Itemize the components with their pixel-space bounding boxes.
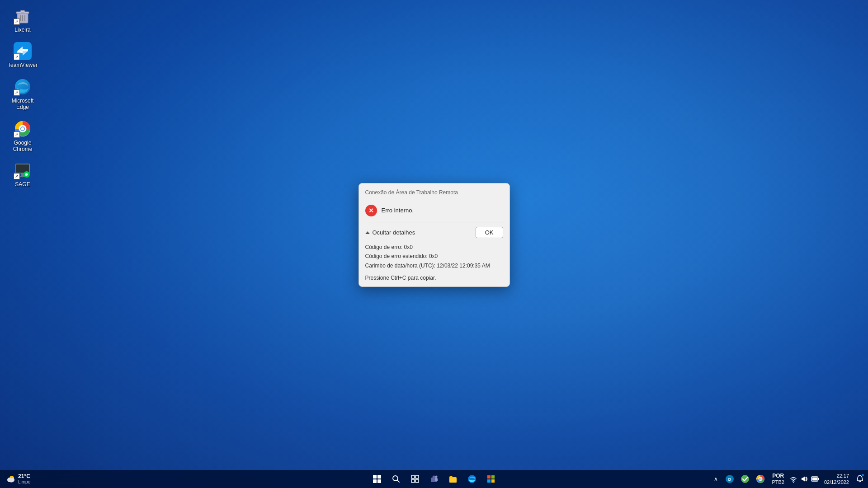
details-row: Ocultar detalhes OK bbox=[365, 222, 503, 238]
edge-taskbar-icon bbox=[467, 474, 476, 483]
volume-icon[interactable] bbox=[800, 474, 809, 483]
details-toggle-button[interactable]: Ocultar detalhes bbox=[365, 229, 415, 236]
clock-area[interactable]: 22:17 02/12/2022 bbox=[821, 473, 852, 486]
details-toggle-label: Ocultar detalhes bbox=[373, 229, 415, 236]
svg-point-43 bbox=[760, 479, 761, 480]
dialog-title-bar: Conexão de Área de Trabalho Remota bbox=[359, 183, 509, 199]
threatlocker-icon bbox=[741, 474, 750, 483]
taskbar-right: ∧ D bbox=[710, 470, 866, 488]
show-hidden-icons-button[interactable]: ∧ bbox=[710, 474, 721, 484]
weather-icon bbox=[5, 474, 15, 484]
windows-logo-icon bbox=[373, 475, 381, 483]
threatlocker-button[interactable] bbox=[738, 470, 752, 488]
ok-button[interactable]: OK bbox=[476, 227, 503, 238]
svg-rect-23 bbox=[411, 475, 415, 479]
dialog-body: ✕ Erro interno. Ocultar detalhes OK Códi… bbox=[359, 199, 509, 286]
battery-icon[interactable] bbox=[811, 474, 820, 483]
svg-point-39 bbox=[741, 475, 749, 483]
file-explorer-icon bbox=[448, 474, 458, 483]
weather-temp: 21°C bbox=[18, 473, 30, 479]
wifi-symbol-icon bbox=[790, 475, 797, 483]
language-indicator[interactable]: POR PTB2 bbox=[769, 473, 787, 485]
dell-icon: D bbox=[725, 474, 734, 483]
error-dialog: Conexão de Área de Trabalho Remota ✕ Err… bbox=[359, 183, 510, 287]
search-button[interactable] bbox=[387, 470, 405, 488]
timestamp: Carimbo de data/hora (UTC): 12/03/22 12:… bbox=[365, 261, 503, 270]
desktop: ↗ Lixeira ↗ TeamViewer bbox=[0, 0, 868, 488]
taskbar: 21°C Limpo bbox=[0, 470, 868, 488]
notification-badge bbox=[861, 474, 864, 477]
error-row: ✕ Erro interno. bbox=[365, 205, 503, 216]
weather-condition: Limpo bbox=[18, 479, 30, 485]
svg-rect-25 bbox=[411, 479, 415, 483]
language-sub: PTB2 bbox=[772, 479, 784, 485]
error-icon: ✕ bbox=[365, 205, 377, 216]
svg-point-29 bbox=[435, 476, 438, 478]
svg-point-44 bbox=[793, 482, 794, 483]
svg-line-22 bbox=[397, 480, 400, 483]
chrome-taskbar-button[interactable] bbox=[754, 470, 767, 488]
notification-button[interactable] bbox=[854, 470, 866, 488]
dialog-overlay: Conexão de Área de Trabalho Remota ✕ Err… bbox=[0, 0, 868, 470]
clock-date: 02/12/2022 bbox=[824, 479, 849, 485]
volume-symbol-icon bbox=[801, 475, 808, 483]
error-message-text: Erro interno. bbox=[382, 207, 414, 214]
clock-time: 22:17 bbox=[836, 473, 849, 479]
svg-rect-24 bbox=[415, 475, 419, 479]
store-icon bbox=[486, 474, 495, 483]
chrome-taskbar-icon bbox=[756, 474, 765, 483]
extended-error-code: Código de erro estendido: 0x0 bbox=[365, 252, 503, 261]
svg-rect-46 bbox=[818, 478, 819, 480]
weather-info: 21°C Limpo bbox=[18, 473, 30, 485]
dell-button[interactable]: D bbox=[723, 470, 736, 488]
svg-text:D: D bbox=[728, 477, 731, 482]
taskbar-center bbox=[368, 470, 500, 488]
search-icon bbox=[392, 475, 400, 483]
svg-rect-26 bbox=[415, 479, 419, 483]
dialog-title: Conexão de Área de Trabalho Remota bbox=[365, 189, 458, 196]
wifi-icon[interactable] bbox=[789, 474, 798, 483]
file-explorer-button[interactable] bbox=[444, 470, 462, 488]
error-code: Código de erro: 0x0 bbox=[365, 243, 503, 252]
chevron-up-icon bbox=[365, 231, 370, 234]
language-code: POR bbox=[772, 473, 784, 479]
svg-rect-36 bbox=[491, 479, 495, 483]
svg-rect-33 bbox=[487, 475, 491, 479]
teams-button[interactable] bbox=[425, 470, 443, 488]
svg-point-20 bbox=[11, 478, 14, 482]
svg-rect-31 bbox=[449, 478, 457, 483]
edge-taskbar-button[interactable] bbox=[463, 470, 481, 488]
chevron-icon: ∧ bbox=[714, 476, 718, 482]
svg-rect-34 bbox=[491, 475, 495, 479]
task-view-icon bbox=[411, 475, 419, 483]
weather-widget[interactable]: 21°C Limpo bbox=[2, 473, 34, 485]
task-view-button[interactable] bbox=[406, 470, 424, 488]
store-button[interactable] bbox=[482, 470, 500, 488]
battery-symbol-icon bbox=[811, 476, 819, 482]
svg-rect-30 bbox=[435, 478, 438, 481]
svg-rect-35 bbox=[487, 479, 491, 483]
start-button[interactable] bbox=[368, 470, 386, 488]
svg-rect-47 bbox=[812, 478, 817, 481]
copy-hint: Pressione Ctrl+C para copiar. bbox=[365, 275, 503, 281]
teams-icon bbox=[429, 474, 439, 483]
error-details: Código de erro: 0x0 Código de erro esten… bbox=[365, 243, 503, 270]
